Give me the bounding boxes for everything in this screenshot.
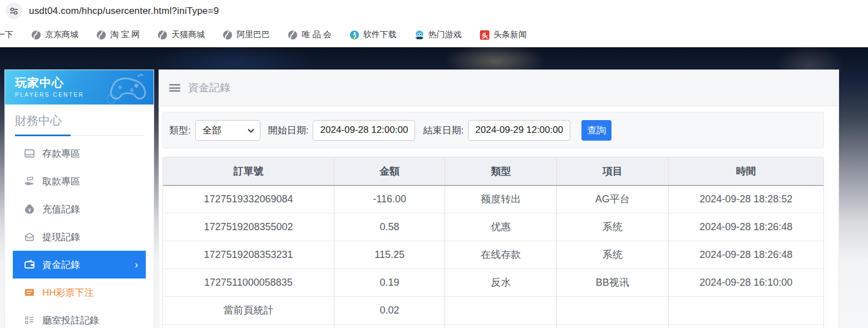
col-time: 時間 <box>668 157 823 185</box>
bookmark-jd[interactable]: 京东商城 <box>27 27 83 42</box>
table-row: 1727519332069084-116.00额度转出AG平台2024-09-2… <box>163 185 823 213</box>
main-header: 資金記錄 <box>159 70 839 106</box>
toutiao-news-icon: 头 <box>480 30 490 40</box>
table-cell: 當前頁統計 <box>163 296 334 324</box>
table-cell <box>445 324 557 328</box>
bookmark-baidu[interactable]: 一下 <box>0 27 18 42</box>
table-cell <box>668 296 823 324</box>
money-bag-icon: ¥ <box>24 203 35 215</box>
main-panel: 資金記錄 類型: 全部 開始日期: 結束日期: 查詢 訂單號 <box>159 69 839 328</box>
chevron-down-icon <box>248 125 254 135</box>
type-select[interactable]: 全部 <box>195 120 260 141</box>
table-cell: BB视讯 <box>556 269 668 296</box>
table-cell: 0.19 <box>334 269 445 296</box>
col-order-no: 訂單號 <box>163 157 334 185</box>
table-cell <box>163 324 334 328</box>
url-text[interactable]: usdt04.com/hhcp/usercenter.html?iniType=… <box>29 6 219 17</box>
deposit-card-icon <box>24 148 35 159</box>
bookmark-software[interactable]: 软件下载 <box>345 27 401 42</box>
table-cell <box>668 324 823 328</box>
globe-icon <box>96 30 106 40</box>
page-title: 資金記錄 <box>188 81 230 95</box>
sidebar-item-funds-records[interactable]: 資金記錄 › <box>13 251 146 279</box>
lottery-ticket-icon <box>24 287 35 298</box>
start-date-input[interactable] <box>313 120 415 141</box>
table-cell <box>556 296 668 324</box>
table-row: 當前頁統計0.02 <box>163 296 823 324</box>
col-project: 項目 <box>556 157 668 185</box>
sidebar-item-hh-lottery-bet[interactable]: HH彩票下注 <box>5 279 154 306</box>
globe-icon <box>223 30 233 40</box>
bookmark-games[interactable]: 热门游戏 <box>410 27 466 42</box>
svg-text:头: 头 <box>481 32 488 38</box>
table-cell: 115.25 <box>334 241 445 269</box>
table-cell: 额度转出 <box>445 185 557 213</box>
sidebar-item-deposit-zone[interactable]: 存款專區 <box>5 140 154 167</box>
table-cell: 0.58 <box>334 213 445 241</box>
table-cell: -116.00 <box>334 185 445 213</box>
col-amount: 金額 <box>334 157 445 185</box>
bookmarks-bar: 一下 京东商城 淘 宝 网 天猫商城 阿里巴巴 唯 品 会 软件下载 热门游戏 … <box>0 22 868 47</box>
end-date-label: 結束日期: <box>423 124 463 137</box>
game-octopus-icon <box>415 30 425 40</box>
globe-icon <box>31 30 41 40</box>
start-date-label: 開始日期: <box>268 124 309 137</box>
bookmark-tmall[interactable]: 天猫商城 <box>153 27 209 42</box>
svg-text:¥: ¥ <box>28 207 31 213</box>
finance-section: 財務中心 <box>5 105 154 136</box>
sidebar-menu: 存款專區 取款專區 ¥ 充值記錄 提現記錄 資金記錄 › HH彩票下注 廳室投註… <box>5 140 154 328</box>
browser-url-bar[interactable]: usdt04.com/hhcp/usercenter.html?iniType=… <box>0 0 868 22</box>
table-row <box>163 324 823 328</box>
bookmark-alibaba[interactable]: 阿里巴巴 <box>218 27 274 42</box>
table-cell: 系统 <box>556 213 668 241</box>
table-header-row: 訂單號 金額 類型 項目 時間 <box>163 157 823 185</box>
chevron-right-icon: › <box>135 260 138 270</box>
table-cell: 1727519332069084 <box>163 185 334 213</box>
wallet-icon <box>24 259 35 270</box>
hamburger-menu-icon[interactable] <box>169 84 180 92</box>
bookmark-taobao[interactable]: 淘 宝 网 <box>92 27 144 42</box>
records-list-icon <box>24 315 35 326</box>
bookmark-toutiao[interactable]: 头 头条新闻 <box>475 27 531 42</box>
table-cell: 2024-09-28 16:10:00 <box>668 269 823 296</box>
sidebar: 玩家中心 PLAYERS CENTER 財務中心 存款專區 取款專區 <box>4 69 154 328</box>
table-row: 1727519208353231115.25在线存款系统2024-09-28 1… <box>163 241 823 269</box>
sidebar-item-recharge-records[interactable]: ¥ 充值記錄 <box>5 195 154 223</box>
players-center-header: 玩家中心 PLAYERS CENTER <box>5 70 154 105</box>
sidebar-item-withdraw-records[interactable]: 提現記錄 <box>5 223 154 251</box>
table-cell: 反水 <box>445 269 557 296</box>
bookmark-vip[interactable]: 唯 品 会 <box>283 27 336 42</box>
table-row: 17275192083550020.58优惠系统2024-09-28 18:26… <box>163 213 823 241</box>
table-cell <box>445 296 557 324</box>
table-cell: 2024-09-28 18:26:48 <box>668 213 823 241</box>
funds-table: 訂單號 金額 類型 項目 時間 1727519332069084-116.00额… <box>162 157 824 328</box>
software-download-icon <box>349 30 359 40</box>
table-cell: 1727511000058835 <box>163 269 334 296</box>
site-permissions-icon[interactable] <box>6 3 22 19</box>
globe-icon <box>157 30 167 40</box>
table-cell <box>556 324 668 328</box>
cash-envelope-icon <box>24 231 35 242</box>
type-label: 類型: <box>169 124 191 137</box>
gamepad-icon <box>101 72 149 105</box>
table-cell: 0.02 <box>334 296 445 324</box>
table-cell: 2024-09-28 18:26:48 <box>668 241 823 269</box>
sidebar-item-withdraw-zone[interactable]: 取款專區 <box>5 167 154 195</box>
table-cell <box>334 324 445 328</box>
table-cell: 在线存款 <box>445 241 557 269</box>
end-date-input[interactable] <box>468 120 570 141</box>
funds-table-body: 1727519332069084-116.00额度转出AG平台2024-09-2… <box>163 185 823 328</box>
table-cell: AG平台 <box>556 185 668 213</box>
hand-banknote-icon <box>24 176 35 187</box>
table-cell: 优惠 <box>445 213 557 241</box>
globe-icon <box>288 30 298 40</box>
col-type: 類型 <box>445 157 557 185</box>
table-cell: 1727519208355002 <box>163 213 334 241</box>
table-cell: 1727519208353231 <box>163 241 334 269</box>
finance-section-title: 財務中心 <box>15 113 144 128</box>
search-button[interactable]: 查詢 <box>581 120 611 141</box>
sidebar-item-hall-bet-records[interactable]: 廳室投註記錄 <box>5 306 154 328</box>
table-row: 17275110000588350.19反水BB视讯2024-09-28 16:… <box>163 269 823 296</box>
table-cell: 系统 <box>556 241 668 269</box>
table-cell: 2024-09-28 18:28:52 <box>668 185 823 213</box>
